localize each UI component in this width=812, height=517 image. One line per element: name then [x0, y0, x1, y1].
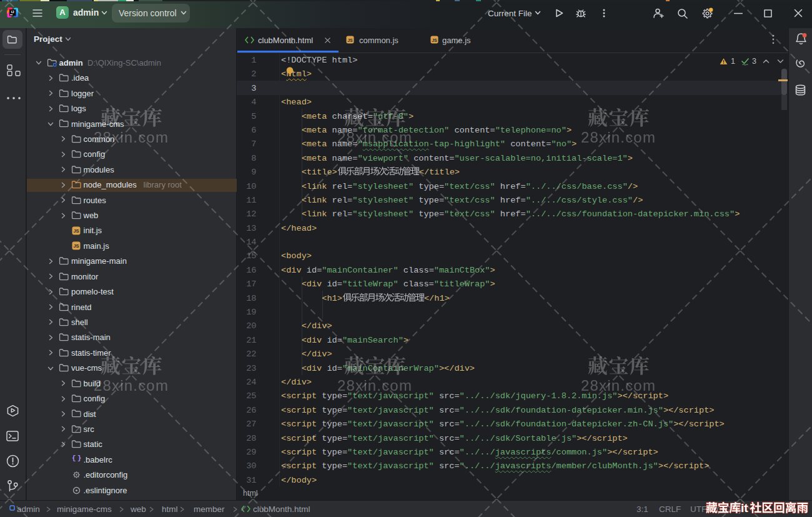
- svg-text:JS: JS: [347, 38, 353, 43]
- svg-text:JS: JS: [73, 228, 79, 234]
- svg-text:it: it: [741, 501, 748, 514]
- svg-text:JS: JS: [73, 243, 79, 249]
- svg-text:JS: JS: [432, 38, 437, 43]
- svg-text:IJ: IJ: [11, 10, 14, 14]
